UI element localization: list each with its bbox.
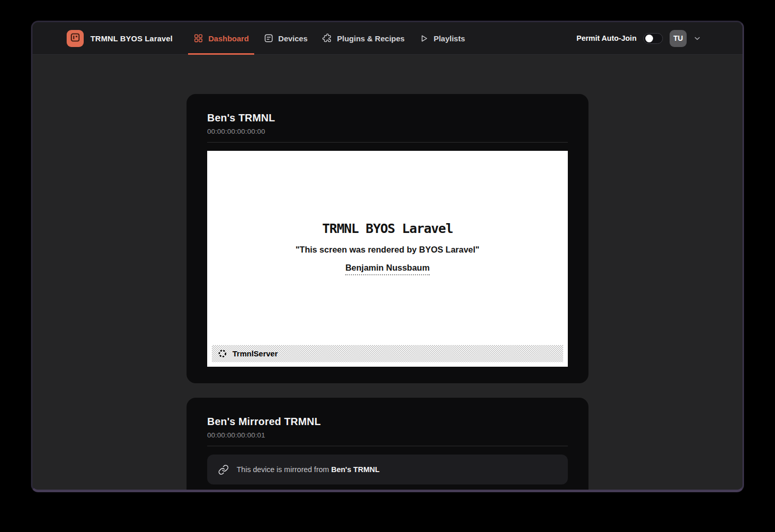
device-mac-address: 00:00:00:00:00:00: [207, 128, 568, 135]
app-title: TRMNL BYOS Laravel: [90, 34, 173, 43]
desktop-background: TRMNL BYOS Laravel Dashboard: [0, 0, 775, 532]
divider: [207, 142, 568, 143]
screen-title: TRMNL BYOS Laravel: [322, 221, 453, 236]
grid-icon: [193, 33, 204, 43]
nav-item-label: Playlists: [433, 34, 465, 43]
tab-plugins-recipes[interactable]: Plugins & Recipes: [317, 22, 410, 55]
toggle-knob: [645, 35, 653, 42]
play-icon: [419, 34, 429, 43]
nav-right-group: Permit Auto-Join TU: [577, 22, 701, 54]
device-card: Ben's TRMNL 00:00:00:00:00:00 TRMNL BYOS…: [187, 94, 588, 383]
device-card: Ben's Mirrored TRMNL 00:00:00:00:00:01 T…: [187, 398, 588, 491]
device-list-icon: [264, 33, 274, 43]
top-navigation: TRMNL BYOS Laravel Dashboard: [33, 22, 742, 55]
tab-devices[interactable]: Devices: [258, 22, 313, 55]
nav-item-label: Plugins & Recipes: [337, 34, 405, 43]
screen-author: Benjamin Nussbaum: [345, 263, 429, 275]
app-window: TRMNL BYOS Laravel Dashboard: [31, 21, 744, 492]
device-screen-preview: TRMNL BYOS Laravel "This screen was rend…: [207, 151, 568, 367]
main-nav: Dashboard Devices: [188, 22, 474, 55]
device-name: Ben's Mirrored TRMNL: [207, 416, 568, 427]
permit-auto-join-label: Permit Auto-Join: [577, 34, 637, 42]
permit-auto-join-toggle[interactable]: [643, 33, 663, 44]
nav-item-label: Devices: [278, 34, 308, 43]
mirror-note-prefix: This device is mirrored from: [237, 465, 329, 474]
divider: [207, 446, 568, 446]
spinner-icon: [218, 349, 227, 358]
device-name: Ben's TRMNL: [207, 112, 568, 123]
tab-dashboard[interactable]: Dashboard: [188, 22, 254, 55]
tab-playlists[interactable]: Playlists: [414, 22, 470, 55]
screen-status-bar: TrmnlServer: [212, 345, 563, 362]
link-icon: [218, 464, 229, 475]
nav-left-group: TRMNL BYOS Laravel Dashboard: [67, 22, 474, 54]
mirror-note-text: This device is mirrored from Ben's TRMNL: [237, 465, 380, 474]
trmnl-device-icon: [70, 32, 81, 45]
puzzle-icon: [322, 33, 332, 43]
screen-content: TRMNL BYOS Laravel "This screen was rend…: [207, 151, 568, 345]
nav-item-label: Dashboard: [208, 34, 249, 43]
device-mac-address: 00:00:00:00:00:01: [207, 431, 568, 439]
app-logo[interactable]: [67, 30, 84, 47]
mirror-source-name: Ben's TRMNL: [331, 465, 380, 474]
chevron-down-icon[interactable]: [693, 35, 701, 42]
screen-quote: "This screen was rendered by BYOS Larave…: [296, 245, 479, 255]
screen-status-label: TrmnlServer: [233, 349, 278, 358]
mirror-note: This device is mirrored from Ben's TRMNL: [207, 455, 568, 484]
avatar[interactable]: TU: [670, 30, 687, 47]
dashboard-content: Ben's TRMNL 00:00:00:00:00:00 TRMNL BYOS…: [33, 55, 742, 491]
